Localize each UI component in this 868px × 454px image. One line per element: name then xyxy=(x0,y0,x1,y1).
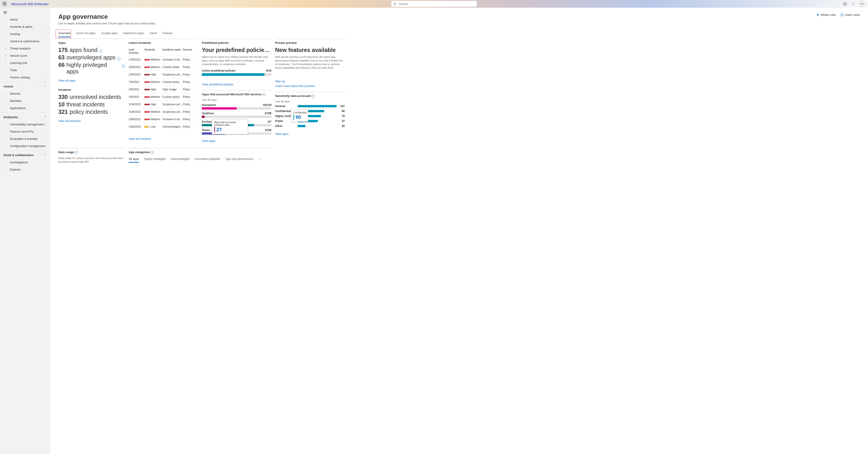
sidebar-toggle[interactable] xyxy=(0,9,50,16)
view-predefined-link[interactable]: View predefined policies xyxy=(202,83,234,86)
chevron-down-icon: ⌄ xyxy=(44,137,46,140)
view-all-apps-link[interactable]: View all apps xyxy=(58,79,75,82)
preview-learn-link[interactable]: Learn more about this preview xyxy=(275,84,315,88)
sidebar-item-configuration-management[interactable]: ▫Configuration management xyxy=(0,142,50,150)
incident-row[interactable]: 23/8/2022 MediumIncrease in data u...Pol… xyxy=(129,116,198,123)
info-icon[interactable]: i xyxy=(75,151,78,154)
search-input[interactable] xyxy=(399,2,474,6)
sidebar-item-learning-hub[interactable]: ▫Learning hub xyxy=(0,59,50,66)
help-icon[interactable]: ? xyxy=(851,2,855,6)
sidebar-item-identities[interactable]: ▫Identities xyxy=(0,97,50,104)
sidebar-item-threat-analytics[interactable]: ▫Threat analytics xyxy=(0,45,50,52)
category-tab-highly-privileged[interactable]: Highly privileged xyxy=(144,157,165,163)
category-tab-overprivileged[interactable]: Overprivileged xyxy=(170,157,190,163)
device-icon: ▫ xyxy=(4,92,7,95)
sensitivity-bar-confidential: Confidential90 xyxy=(275,109,345,113)
incident-row[interactable]: 23/8/2022 LowOverprivileged ap...Policy xyxy=(129,123,198,130)
chevron-down-icon: ⌄ xyxy=(44,25,46,28)
app-launcher-icon[interactable] xyxy=(3,2,7,6)
tab-google-apps[interactable]: Google apps xyxy=(101,31,118,37)
home-icon: ▫ xyxy=(4,18,7,21)
learn-more-link[interactable]: Learn more xyxy=(840,13,860,17)
incident-row[interactable]: 22/9/2022 MediumIncrease in data u...Pol… xyxy=(129,56,198,63)
sidebar-item-vulnerability-management[interactable]: ▫Vulnerability management⌄ xyxy=(0,121,50,128)
sidebar-item-evaluation-tutorials[interactable]: ▫Evaluation & tutorials⌄ xyxy=(0,135,50,142)
signup-link[interactable]: Sign up xyxy=(275,79,285,83)
tab-azure-ad-apps[interactable]: Azure AD apps xyxy=(76,31,96,37)
brand-title: Microsoft 365 Defender xyxy=(11,2,49,6)
sidebar-item-incidents-alerts[interactable]: ▫Incidents & alerts⌄ xyxy=(0,23,50,30)
sidebar-item-devices[interactable]: ▫Devices xyxy=(0,90,50,97)
chevron-down-icon: ⌄ xyxy=(44,76,46,79)
info-icon[interactable]: i xyxy=(122,65,125,68)
trial-icon: ▫ xyxy=(4,68,7,72)
api-icon: ▫ xyxy=(4,130,7,133)
sidebar-item-investigations[interactable]: ▫Investigations xyxy=(0,159,50,166)
predefined-policies-card: Predefined policies Your predefined poli… xyxy=(202,39,272,86)
page-title: App governance xyxy=(58,13,156,20)
section-email[interactable]: Email & collaboration⌃ xyxy=(0,152,50,159)
incident-row[interactable]: 20/9/2022 MediumCustom policyPolicy xyxy=(129,63,198,71)
tab-overview[interactable]: Overview xyxy=(58,31,70,37)
sidebar-item-secure-score[interactable]: ▫Secure score xyxy=(0,52,50,59)
global-search[interactable] xyxy=(391,1,477,7)
top-bar: Microsoft 365 Defender ? RS xyxy=(0,0,868,8)
services-card: Apps that accessed Microsoft 365 service… xyxy=(202,90,272,142)
incident-row[interactable]: 1/9/2022 MediumCustom policyPolicy xyxy=(129,93,198,100)
sidebar-item-actions-submissions[interactable]: ▫Actions & submissions⌄ xyxy=(0,37,50,45)
incident-row[interactable]: 31/8/2022 HighSuspicious activit...Polic… xyxy=(129,100,198,108)
category-tab-unverified-publisher[interactable]: Unverified publisher xyxy=(194,157,220,163)
services-view-apps-link[interactable]: View apps xyxy=(202,139,215,142)
category-tab-app-only-permissions[interactable]: App only permissions xyxy=(225,157,253,163)
settings-icon[interactable] xyxy=(843,2,847,6)
sidebar-item-home[interactable]: ▫Home xyxy=(0,16,50,23)
incidents-title: Incidents xyxy=(58,88,125,92)
main-content: App governance Get in-depth visibility a… xyxy=(50,8,868,454)
sidebar-item-partner-catalog[interactable]: ▫Partner catalog⌄ xyxy=(0,74,50,81)
info-icon[interactable]: i xyxy=(99,50,102,53)
service-bar-onedrive: OneDrive27/99 xyxy=(202,112,272,118)
category-tab-all-apps[interactable]: All apps xyxy=(129,157,139,163)
sensitivity-view-apps-link[interactable]: View apps xyxy=(275,132,289,135)
eval-icon: ▫ xyxy=(4,137,7,140)
score-icon: ▫ xyxy=(4,54,7,57)
sidebar-item-trials[interactable]: ▫Trials xyxy=(0,66,50,74)
section-endpoints[interactable]: Endpoints⌃ xyxy=(0,114,50,121)
sidebar-item-hunting[interactable]: ▫Hunting⌄ xyxy=(0,30,50,37)
app-icon: ▫ xyxy=(4,106,7,110)
sidebar-item-explorer[interactable]: ▫Explorer xyxy=(0,166,50,173)
incident-row[interactable]: 3/9/2022 HighHigh UsagePolicy xyxy=(129,86,198,93)
info-icon[interactable]: i xyxy=(263,93,266,96)
progress-bar xyxy=(202,73,272,76)
chevron-down-icon: ⌄ xyxy=(44,123,46,126)
chevron-down-icon: ⌄ xyxy=(44,130,46,133)
page-subtitle: Get in-depth visibility and control over… xyxy=(58,22,156,25)
incident-row[interactable]: 31/8/2022 MediumSuspicious activit...Pol… xyxy=(129,108,198,116)
learn-icon: ▫ xyxy=(4,61,7,65)
partner-icon: ▫ xyxy=(4,75,7,79)
whats-new-link[interactable]: What's new xyxy=(816,13,836,17)
exp-icon: ▫ xyxy=(4,168,7,171)
apps-card: Apps 175apps foundi 63overprivileged app… xyxy=(58,39,125,142)
hunt-icon: ▫ xyxy=(4,32,7,36)
section-assets[interactable]: Assets⌃ xyxy=(0,83,50,90)
tab-alerts[interactable]: Alerts xyxy=(150,31,157,37)
info-icon[interactable]: i xyxy=(311,95,315,98)
tab-policies[interactable]: Policies xyxy=(162,31,173,37)
view-all-incidents-link[interactable]: View all incidents xyxy=(58,119,81,123)
latest-view-all-link[interactable]: View all incidents xyxy=(129,137,151,140)
actions-icon: ▫ xyxy=(4,39,7,43)
sensitivity-bar-other: Other20 xyxy=(275,125,345,128)
sidebar-item-partners-and-apis[interactable]: ▫Partners and APIs⌄ xyxy=(0,128,50,135)
data-usage-card: Data usage i Data usage for various serv… xyxy=(58,148,125,164)
incident-row[interactable]: 14/9/2022 HighSuspicious activit...Polic… xyxy=(129,71,198,78)
sensitivity-bar-highly-confidential: Highly confidential78 xyxy=(275,115,345,118)
info-icon[interactable]: i xyxy=(151,151,154,154)
category-tab-more[interactable]: ⋯ xyxy=(258,157,261,163)
inv-icon: ▫ xyxy=(4,160,7,164)
incident-row[interactable]: 7/9/2022 MediumCustom policyPolicy xyxy=(129,78,198,86)
info-icon[interactable]: i xyxy=(117,57,121,60)
user-avatar[interactable]: RS xyxy=(859,1,865,7)
sidebar-item-applications[interactable]: ▫Applications xyxy=(0,104,50,111)
tab-salesforce-apps[interactable]: Salesforce apps xyxy=(123,31,144,37)
